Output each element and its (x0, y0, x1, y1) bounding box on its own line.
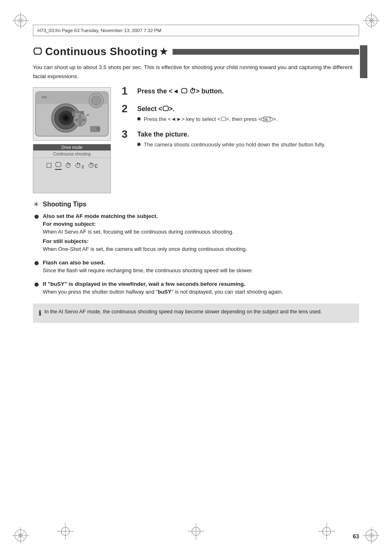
svg-point-30 (64, 116, 68, 120)
svg-point-33 (91, 96, 101, 106)
tip-2-body: Since the flash will require recharging … (43, 266, 359, 275)
continuous-label: Continuous shooting (33, 151, 111, 158)
step-2-content: Select <🖵>. Press the <◄►> key to select… (137, 105, 359, 123)
step-1-content: Press the <◄ 🖵 ⏱> button. (137, 87, 359, 97)
tips-section: ☀ Shooting Tips Also set the AF mode mat… (33, 200, 359, 323)
single-shot-icon: ☐ (46, 162, 52, 169)
tip-3-row: If "buSY" is displayed in the viewfinder… (35, 281, 359, 287)
tip-1: Also set the AF mode matching the subjec… (33, 213, 359, 254)
step-2-detail-1: Press the <◄►> key to select <🖵>, then p… (137, 115, 359, 123)
step-1: 1 Press the <◄ 🖵 ⏱> button. (122, 87, 359, 97)
tip-3-body: When you press the shutter button halfwa… (43, 288, 359, 297)
step-3-title: Take the picture. (137, 130, 359, 139)
bullet-dot (137, 143, 141, 146)
camera-images-column: WB SET AF (33, 87, 115, 193)
tip-2-bullet (35, 261, 39, 265)
subtitle-text: You can shoot up to about 3.5 shots per … (33, 63, 359, 81)
title-section: 🖵 Continuous Shooting ★ (33, 45, 359, 58)
bottom-reg-left (57, 523, 74, 540)
step-3: 3 Take the picture. The camera shoots co… (122, 130, 359, 148)
drive-mode-label: Drive mode (33, 144, 111, 151)
tips-title: Shooting Tips (43, 201, 86, 208)
bottom-reg-center (188, 523, 204, 540)
camera-top-image: WB SET AF (33, 87, 111, 141)
bottom-reg-right (318, 523, 335, 540)
tip-1-sub1-body: When AI Servo AF is set, focusing will b… (43, 228, 359, 236)
tip-3: If "buSY" is displayed in the viewfinder… (33, 281, 359, 297)
continuous-icon: 🖵 (55, 161, 62, 170)
timer-icon: ⏱ (65, 162, 71, 169)
svg-point-44 (96, 127, 100, 131)
step-3-content: Take the picture. The camera shoots cont… (137, 130, 359, 148)
tip-3-heading: If "buSY" is displayed in the viewfinder… (43, 281, 245, 287)
step-2-number: 2 (122, 103, 133, 114)
tip-2-row: Flash can also be used. (35, 259, 359, 266)
tip-2: Flash can also be used. Since the flash … (33, 259, 359, 275)
info-text: In the AI Servo AF mode, the continuous … (44, 308, 322, 316)
page-title: Continuous Shooting (45, 45, 158, 58)
step-2-detail-text: Press the <◄►> key to select <🖵>, then p… (144, 115, 277, 123)
bullet-dot (137, 117, 141, 120)
title-bar (173, 49, 359, 55)
step-3-number: 3 (122, 129, 133, 139)
corner-mark-tl (12, 12, 29, 29)
main-content: 🖵 Continuous Shooting ★ You can shoot up… (33, 45, 359, 523)
step-3-detail-text: The camera shoots continuously while you… (144, 141, 325, 149)
tip-3-bullet (35, 283, 39, 287)
step-2-title: Select <🖵>. (137, 105, 359, 114)
svg-text:WB: WB (42, 95, 47, 99)
title-star: ★ (159, 46, 168, 57)
tip-1-row: Also set the AF mode matching the subjec… (35, 213, 359, 219)
step-2: 2 Select <🖵>. Press the <◄►> key to sele… (122, 105, 359, 123)
info-icon: ℹ (39, 308, 41, 319)
svg-point-38 (77, 117, 83, 123)
tip-1-sub2-heading: For still subjects: (43, 238, 359, 244)
timer2-icon: ⏱₂ (75, 162, 85, 169)
tips-header: ☀ Shooting Tips (33, 200, 359, 209)
custom-timer-icon: ⏱c (88, 162, 98, 169)
svg-text:AF: AF (86, 114, 90, 116)
steps-column: 1 Press the <◄ 🖵 ⏱> button. 2 Select <🖵>… (115, 87, 359, 193)
tip-1-bullet (35, 215, 39, 219)
step-1-title: Press the <◄ 🖵 ⏱> button. (137, 87, 359, 96)
tips-sun-icon: ☀ (33, 200, 39, 209)
steps-row: WB SET AF (33, 87, 359, 193)
info-box: ℹ In the AI Servo AF mode, the continuou… (33, 303, 359, 323)
step-1-number: 1 (122, 86, 133, 96)
step-3-detail-1: The camera shoots continuously while you… (137, 141, 359, 149)
tip-1-heading: Also set the AF mode matching the subjec… (43, 213, 158, 219)
tip-1-sub1-heading: For moving subject: (43, 221, 359, 227)
right-accent-bar (360, 45, 367, 78)
header-text: H73_03.fm Page 63 Tuesday, November 13, … (37, 28, 161, 33)
drive-mode-icons-row: ☐ 🖵 ⏱ ⏱₂ ⏱c (33, 158, 111, 173)
continuous-shooting-icon: 🖵 (33, 46, 42, 57)
tip-2-heading: Flash can also be used. (43, 259, 105, 266)
corner-mark-tr (363, 12, 380, 29)
tip-1-sub2-body: When One-Shot AF is set, the camera will… (43, 245, 359, 254)
header-bar: H73_03.fm Page 63 Tuesday, November 13, … (33, 25, 359, 36)
bottom-marks (0, 523, 392, 540)
camera-back-image: Drive mode Continuous shooting ☐ 🖵 ⏱ ⏱₂ … (33, 144, 111, 193)
